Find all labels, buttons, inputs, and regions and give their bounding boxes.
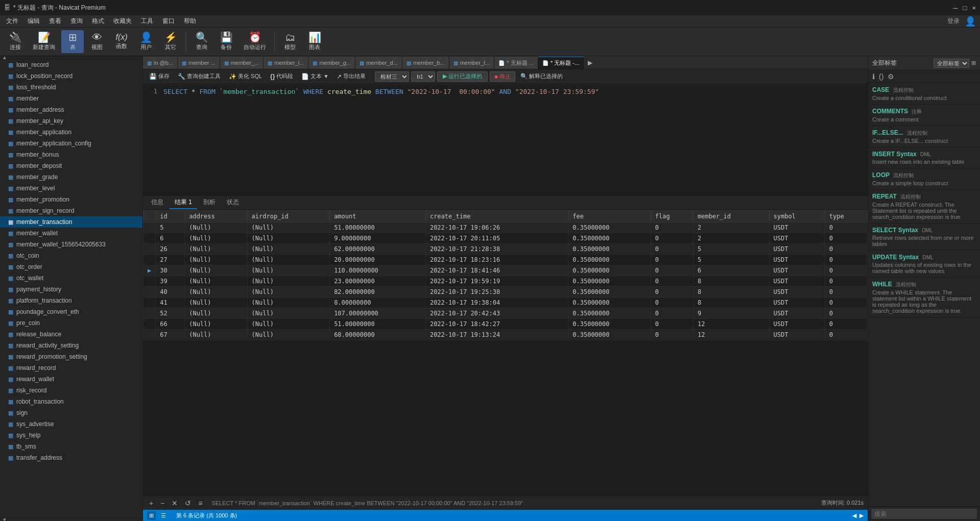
toolbar-chart[interactable]: 📊 图表: [303, 30, 326, 53]
table-row[interactable]: 67 (Null) (Null) 68.00000000 2022-10-17 …: [144, 330, 868, 340]
snippet-item[interactable]: COMMENTS 注释 Create a comment: [868, 105, 980, 126]
toolbar-view[interactable]: 👁 视图: [86, 30, 108, 53]
sidebar-item-poundage-convert[interactable]: ▦ poundage_convert_eth: [0, 306, 142, 317]
snippet-item[interactable]: LOOP 流程控制 Create a simple loop construct: [868, 168, 980, 190]
sidebar-item-member-address[interactable]: ▦ member_address: [0, 104, 142, 115]
col-header-amount[interactable]: amount: [330, 211, 426, 222]
menu-view[interactable]: 查看: [45, 16, 65, 27]
sidebar-item-member-bonus[interactable]: ▦ member_bonus: [0, 149, 142, 160]
tab-member-b[interactable]: ▦ member_b...: [402, 57, 449, 69]
tab-member-2[interactable]: ▦ member_...: [220, 57, 264, 69]
menu-edit[interactable]: 编辑: [23, 16, 44, 27]
sidebar-item-member-wallet-long[interactable]: ▦ member_wallet_1556542005633: [0, 239, 142, 250]
table-row[interactable]: 5 (Null) (Null) 51.00000000 2022-10-17 1…: [144, 222, 868, 233]
db-select[interactable]: 检材三: [375, 71, 409, 82]
parens-icon[interactable]: (): [879, 72, 883, 81]
sidebar-item-member-promotion[interactable]: ▦ member_promotion: [0, 194, 142, 205]
data-grid-container[interactable]: id address airdrop_id amount create_time…: [143, 210, 868, 495]
refresh-button[interactable]: ↺: [183, 499, 193, 508]
list-view-button[interactable]: ☰: [159, 511, 168, 520]
window-controls[interactable]: ─ □ ×: [953, 4, 976, 12]
table-row[interactable]: 6 (Null) (Null) 9.00000000 2022-10-17 20…: [144, 233, 868, 244]
toolbar-other[interactable]: ⚡ 其它: [159, 30, 182, 53]
clear-button[interactable]: ✕: [170, 499, 180, 508]
menu-query[interactable]: 查询: [66, 16, 87, 27]
toolbar-function[interactable]: f(x) 函数: [110, 31, 133, 52]
table-row[interactable]: 66 (Null) (Null) 51.00000000 2022-10-17 …: [144, 319, 868, 330]
col-header-id[interactable]: id: [156, 211, 185, 222]
info-icon[interactable]: ℹ: [872, 72, 875, 81]
sidebar-item-payment-history[interactable]: ▦ payment_history: [0, 284, 142, 295]
tab-member-l[interactable]: ▦ member_l...: [264, 57, 308, 69]
snippet-item[interactable]: UPDATE Syntax DML Updates columns of exi…: [868, 251, 980, 278]
menu-format[interactable]: 格式: [88, 16, 108, 27]
tag-filter-select[interactable]: 全部标签: [934, 59, 969, 68]
toolbar-query[interactable]: 🔍 查询: [190, 30, 213, 53]
sidebar-item-otc-coin[interactable]: ▦ otc_coin: [0, 250, 142, 261]
sidebar-item-platform-transaction[interactable]: ▦ platform_transaction: [0, 295, 142, 306]
close-button[interactable]: ×: [972, 4, 976, 12]
sidebar-item-member-grade[interactable]: ▦ member_grade: [0, 171, 142, 183]
sidebar-item-loan-record[interactable]: ▦ loan_record: [0, 59, 142, 70]
sidebar-item-reward-promotion[interactable]: ▦ reward_promotion_setting: [0, 351, 142, 362]
sidebar-item-lock-position-record[interactable]: ▦ lock_position_record: [0, 70, 142, 82]
text-button[interactable]: 📄 文本 ▼: [298, 71, 331, 81]
sidebar-item-otc-wallet[interactable]: ▦ otc_wallet: [0, 272, 142, 284]
sidebar-item-sys-help[interactable]: ▦ sys_help: [0, 430, 142, 441]
toolbar-connect[interactable]: 🔌 连接: [4, 30, 27, 53]
col-header-create-time[interactable]: create_time: [425, 211, 568, 222]
sidebar-item-loss-threshold[interactable]: ▦ loss_threshold: [0, 82, 142, 93]
menu-file[interactable]: 文件: [2, 16, 22, 27]
run-button[interactable]: ▶ 运行已选择的: [437, 71, 488, 82]
table-row[interactable]: 39 (Null) (Null) 23.00000000 2022-10-17 …: [144, 276, 868, 287]
tab-untitled-1[interactable]: 📄 * 无标题 ...: [494, 57, 538, 69]
toolbar-auto-run[interactable]: ⏰ 自动运行: [240, 30, 270, 53]
sql-content[interactable]: SELECT * FROM `member_transaction` WHERE…: [159, 84, 868, 195]
snippet-item[interactable]: INSERT Syntax DML Insert new rows into a…: [868, 147, 980, 168]
save-button[interactable]: 💾 保存: [146, 71, 173, 81]
sidebar-item-pre-coin[interactable]: ▦ pre_coin: [0, 317, 142, 329]
sidebar-item-tb-sms[interactable]: ▦ tb_sms: [0, 441, 142, 452]
tab-untitled-2[interactable]: 📄 * 无标题 -...: [538, 57, 584, 69]
tab-status[interactable]: 状态: [222, 196, 244, 209]
col-header-flag[interactable]: flag: [651, 211, 693, 222]
filter-button[interactable]: ≡: [196, 499, 204, 508]
toolbar-user[interactable]: 👤 用户: [135, 30, 157, 53]
tab-profile[interactable]: 剖析: [198, 196, 221, 209]
snippet-item[interactable]: REPEAT 流程控制 Create A REPEAT construct. T…: [868, 190, 980, 224]
menu-tools[interactable]: 工具: [137, 16, 157, 27]
tab-member-d[interactable]: ▦ member_d...: [355, 57, 402, 69]
sidebar-item-member-sign-record[interactable]: ▦ member_sign_record: [0, 205, 142, 216]
col-header-symbol[interactable]: symbol: [769, 211, 825, 222]
menu-help[interactable]: 帮助: [180, 16, 200, 27]
sidebar-item-otc-order[interactable]: ▦ otc_order: [0, 261, 142, 272]
col-header-member-id[interactable]: member_id: [693, 211, 769, 222]
sidebar-item-member-application-config[interactable]: ▦ member_application_config: [0, 138, 142, 149]
sidebar-item-member[interactable]: ▦ member: [0, 93, 142, 104]
table-row[interactable]: 40 (Null) (Null) 82.00000000 2022-10-17 …: [144, 287, 868, 297]
add-row-button[interactable]: +: [147, 499, 155, 508]
settings-icon[interactable]: ⚙: [888, 72, 894, 81]
beautify-sql-button[interactable]: ✨ 美化 SQL: [226, 71, 265, 81]
toolbar-new-query[interactable]: 📝 新建查询: [29, 30, 59, 53]
sidebar-item-robot-transaction[interactable]: ▦ robot_transaction: [0, 396, 142, 407]
sidebar-item-member-wallet[interactable]: ▦ member_wallet: [0, 228, 142, 239]
table-row[interactable]: 27 (Null) (Null) 20.00000000 2022-10-17 …: [144, 255, 868, 265]
sidebar-item-risk-record[interactable]: ▦ risk_record: [0, 385, 142, 396]
snippet-item[interactable]: IF...ELSE... 流程控制 Create a IF...ELSE... …: [868, 126, 980, 147]
tab-member-t[interactable]: ▦ member_t...: [449, 57, 495, 69]
tab-in-b[interactable]: ▦ in @b...: [143, 57, 178, 69]
export-button[interactable]: ↗ 导出结果: [333, 71, 369, 81]
next-page-button[interactable]: ▶: [859, 512, 864, 519]
query-builder-button[interactable]: 🔧 查询创建工具: [175, 71, 224, 81]
snippet-item[interactable]: WHILE 流程控制 Create a WHILE statement. The…: [868, 278, 980, 317]
sql-editor[interactable]: 1 SELECT * FROM `member_transaction` WHE…: [143, 84, 868, 196]
col-header-type[interactable]: type: [825, 211, 867, 222]
col-header-fee[interactable]: fee: [568, 211, 651, 222]
table-select[interactable]: b1: [411, 71, 435, 82]
sidebar-item-release-balance[interactable]: ▦ release_balance: [0, 329, 142, 340]
search-input[interactable]: [871, 509, 977, 519]
sidebar-item-sys-advertise[interactable]: ▦ sys_advertise: [0, 418, 142, 430]
table-row[interactable]: 41 (Null) (Null) 8.00000000 2022-10-17 1…: [144, 297, 868, 308]
tab-info[interactable]: 信息: [146, 196, 169, 209]
